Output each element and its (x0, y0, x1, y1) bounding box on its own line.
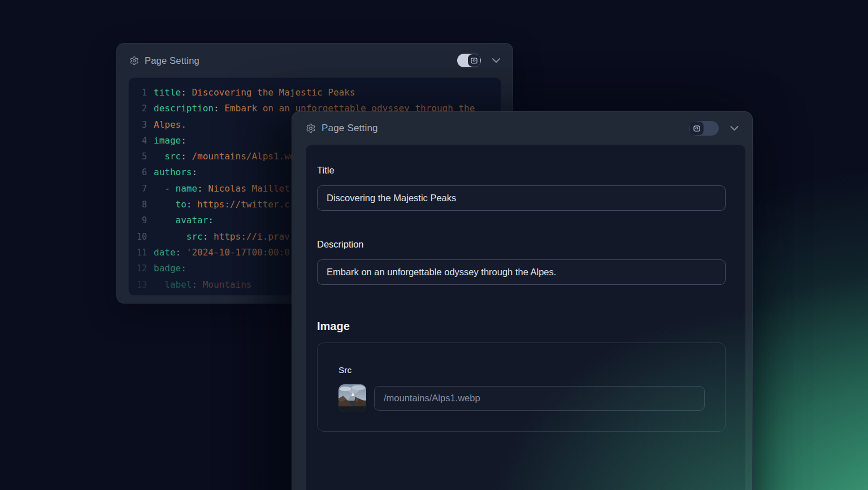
code-block-icon (693, 124, 701, 132)
line-number: 12 (133, 261, 147, 276)
front-panel-title: Page Setting (322, 123, 378, 134)
page-background: Page Setting 1title: Discovering the Maj… (0, 0, 868, 490)
toggle-knob (690, 122, 704, 135)
code-view-toggle[interactable] (689, 121, 719, 136)
chevron-down-icon[interactable] (730, 126, 739, 131)
chevron-down-icon[interactable] (492, 58, 500, 63)
line-number: 6 (133, 164, 147, 180)
back-panel-title: Page Setting (145, 55, 199, 66)
back-panel-header: Page Setting (117, 44, 513, 77)
line-number: 4 (133, 133, 147, 149)
description-input[interactable] (317, 259, 726, 285)
src-label: Src (338, 365, 705, 375)
image-section-heading: Image (317, 320, 726, 333)
page-setting-form: Title Description Image Src (306, 145, 745, 490)
line-number: 11 (133, 245, 147, 261)
line-number: 1 (133, 85, 147, 101)
image-group-card: Src (317, 342, 726, 432)
line-number: 8 (133, 197, 147, 213)
title-input[interactable] (317, 185, 726, 211)
title-label: Title (317, 165, 726, 176)
mountain-thumbnail (338, 384, 366, 412)
description-label: Description (317, 239, 726, 250)
gear-icon (129, 56, 139, 66)
toggle-knob (468, 54, 480, 67)
front-panel-header: Page Setting (292, 112, 752, 145)
code-block-icon (470, 57, 478, 64)
image-src-input[interactable] (374, 386, 705, 411)
line-number: 2 (133, 101, 147, 116)
code-line: 1title: Discovering the Majestic Peaks (133, 85, 501, 101)
line-number: 5 (133, 149, 147, 164)
line-number: 3 (133, 117, 147, 133)
line-number: 9 (133, 213, 147, 228)
page-setting-panel-form-view: Page Setting Title Description Image (292, 111, 753, 490)
line-number: 7 (133, 181, 147, 197)
line-number: 13 (133, 277, 147, 293)
code-view-toggle[interactable] (457, 54, 481, 67)
src-row (338, 384, 705, 412)
line-number: 10 (133, 229, 147, 245)
gear-icon (306, 123, 316, 133)
